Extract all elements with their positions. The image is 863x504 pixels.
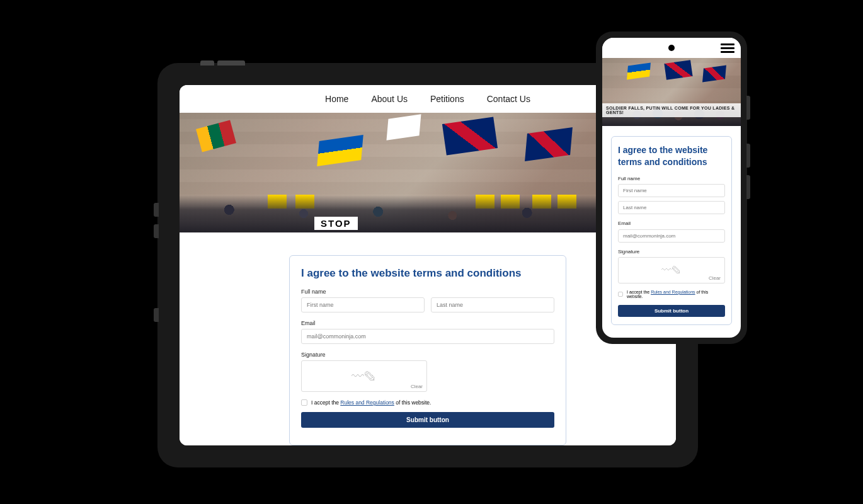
phone-side-button [746, 96, 750, 120]
accept-terms-checkbox[interactable] [301, 399, 307, 406]
last-name-input[interactable] [431, 297, 554, 312]
accept-terms-text: I accept the Rules and Regulations of th… [311, 399, 431, 406]
accept-terms-checkbox[interactable] [618, 292, 623, 297]
tablet-side-button [154, 224, 159, 238]
hamburger-menu-icon[interactable] [721, 43, 734, 53]
nav-petitions[interactable]: Petitions [430, 94, 464, 104]
accept-terms-text: I accept the Rules and Regulations of th… [627, 290, 725, 299]
nav-home[interactable]: Home [325, 94, 348, 104]
clear-signature-link[interactable]: Clear [709, 275, 721, 281]
rules-regulations-link[interactable]: Rules and Regulations [340, 399, 394, 406]
form-title: I agree to the website terms and conditi… [301, 267, 554, 280]
first-name-input[interactable] [301, 297, 425, 312]
email-label: Email [618, 220, 725, 226]
signature-label: Signature [618, 249, 725, 255]
hero-image: SOLDIER FALLS, PUTIN WILL COME FOR YOU L… [602, 58, 741, 126]
signature-pad[interactable]: 〰✎ Clear [301, 360, 427, 392]
signature-placeholder-icon: 〰✎ [661, 265, 682, 276]
terms-form-card: I agree to the website terms and conditi… [611, 136, 732, 325]
submit-button[interactable]: Submit button [618, 305, 725, 317]
submit-button[interactable]: Submit button [301, 412, 554, 428]
first-name-input[interactable] [618, 184, 725, 197]
accept-terms-row: I accept the Rules and Regulations of th… [301, 399, 554, 406]
full-name-label: Full name [618, 176, 725, 181]
terms-form-card: I agree to the website terms and conditi… [289, 255, 566, 445]
rules-regulations-link[interactable]: Rules and Regulations [651, 290, 695, 294]
phone-screen: SOLDIER FALLS, PUTIN WILL COME FOR YOU L… [602, 38, 741, 338]
email-label: Email [301, 320, 554, 326]
phone-side-button [746, 144, 750, 168]
email-input[interactable] [618, 229, 725, 243]
content-area: I agree to the website terms and conditi… [602, 126, 741, 325]
form-title: I agree to the website terms and conditi… [618, 144, 725, 168]
tablet-side-button [154, 203, 159, 217]
clear-signature-link[interactable]: Clear [411, 384, 423, 389]
tablet-side-button [154, 308, 159, 322]
nav-contact[interactable]: Contact Us [487, 94, 530, 104]
full-name-label: Full name [301, 289, 554, 295]
phone-side-button [746, 175, 750, 199]
phone-camera [668, 45, 675, 51]
stop-sign: STOP [314, 217, 358, 230]
signature-placeholder-icon: 〰✎ [351, 369, 377, 384]
nav-about[interactable]: About Us [371, 94, 408, 104]
last-name-input[interactable] [618, 201, 725, 214]
banner-text: SOLDIER FALLS, PUTIN WILL COME FOR YOU L… [602, 103, 741, 117]
signature-label: Signature [301, 352, 554, 358]
phone-device-frame: SOLDIER FALLS, PUTIN WILL COME FOR YOU L… [596, 32, 747, 344]
tablet-notch [200, 60, 214, 66]
accept-terms-row: I accept the Rules and Regulations of th… [618, 290, 725, 299]
email-input[interactable] [301, 329, 554, 344]
signature-pad[interactable]: 〰✎ Clear [618, 257, 725, 284]
tablet-notch [217, 60, 245, 66]
